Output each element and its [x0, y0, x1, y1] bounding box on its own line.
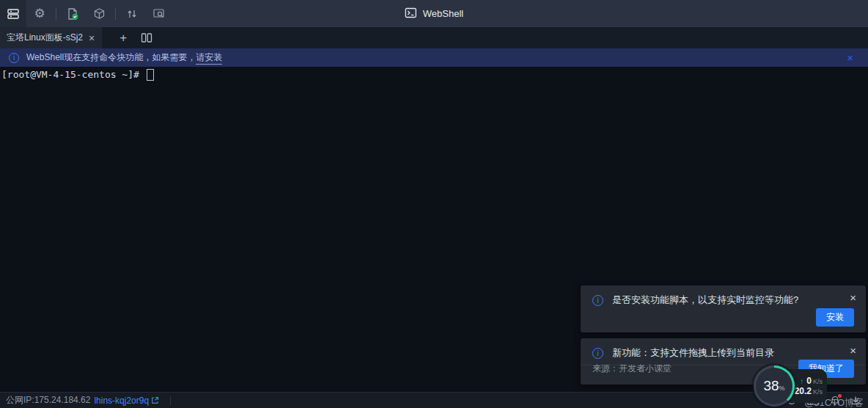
- toast-close-icon[interactable]: ×: [850, 292, 856, 303]
- notification-bell-button[interactable]: [830, 396, 840, 406]
- gear-icon: ⚙: [34, 7, 45, 20]
- load-gauge[interactable]: 38 %: [754, 365, 795, 407]
- info-icon: i: [592, 348, 603, 359]
- sort-button[interactable]: [119, 0, 145, 27]
- upload-value: 0: [806, 376, 812, 385]
- terminal-prompt: [root@VM-4-15-centos ~]#: [1, 68, 145, 81]
- settings-button[interactable]: ⚙: [26, 0, 53, 27]
- install-script-toast: i 是否安装功能脚本，以支持实时监控等功能? × 安装: [581, 285, 866, 332]
- banner-message: WebShell现在支持命令块功能，如果需要，: [26, 51, 196, 64]
- status-left: 公网IP:175.24.184.62 lhins-kqj2or9q: [6, 394, 171, 407]
- upload-unit: K/s: [813, 379, 823, 385]
- load-percent-unit: %: [779, 385, 785, 392]
- toast-message: 新功能：支持文件拖拽上传到当前目录: [612, 346, 774, 360]
- external-link-icon: [151, 396, 159, 404]
- toast-close-icon[interactable]: ×: [850, 345, 856, 356]
- webshell-app: ⚙: [0, 0, 868, 408]
- app-title-label: WebShell: [423, 8, 463, 19]
- split-view-icon: [141, 32, 152, 43]
- download-unit: K/s: [813, 389, 823, 396]
- toast-message: 是否安装功能脚本，以支持实时监控等功能?: [612, 294, 798, 307]
- session-list-button[interactable]: [0, 0, 26, 27]
- package-button[interactable]: [86, 0, 112, 27]
- install-button[interactable]: 安装: [816, 308, 854, 327]
- tab-label: 宝塔Linux面板-sSj2: [7, 32, 83, 44]
- command-script-button[interactable]: [59, 0, 86, 27]
- banner-close-icon[interactable]: ×: [842, 52, 858, 63]
- status-divider: [170, 396, 171, 405]
- load-percent: 38: [763, 368, 779, 404]
- download-value: 20.2: [795, 387, 812, 396]
- terminal-icon: [405, 7, 417, 21]
- banner-install-link[interactable]: 请安装: [196, 51, 222, 65]
- info-icon: i: [592, 295, 603, 306]
- tab-bar: 宝塔Linux面板-sSj2 × +: [0, 27, 868, 48]
- download-button[interactable]: [850, 396, 861, 406]
- server-list-icon: [7, 7, 20, 21]
- notification-badge: [838, 394, 842, 398]
- sort-arrows-icon: [126, 8, 138, 20]
- tab-close-icon[interactable]: ×: [89, 33, 95, 43]
- toast-source-label: 来源：开发者小课堂: [592, 363, 672, 375]
- webshell-feature-banner: i WebShell现在支持命令块功能，如果需要， 请安装 ×: [0, 48, 868, 67]
- public-ip-label: 公网IP:175.24.184.62: [6, 394, 90, 407]
- new-tab-button[interactable]: +: [111, 27, 136, 48]
- download-icon: [850, 396, 861, 406]
- top-toolbar: ⚙: [0, 0, 868, 27]
- terminal-cursor: [147, 69, 154, 81]
- toolbar-divider: [115, 8, 116, 20]
- tab-baota-panel[interactable]: 宝塔Linux面板-sSj2 ×: [0, 27, 102, 48]
- status-bar: 公网IP:175.24.184.62 lhins-kqj2or9q: [0, 392, 868, 408]
- split-view-button[interactable]: [136, 27, 158, 48]
- info-icon: i: [9, 53, 19, 63]
- search-session-button[interactable]: [145, 0, 172, 27]
- search-window-icon: [152, 7, 165, 20]
- terminal-prompt-line: [root@VM-4-15-centos ~]#: [1, 68, 867, 81]
- toast-head: i 是否安装功能脚本，以支持实时监控等功能?: [581, 285, 866, 307]
- file-check-icon: [66, 7, 79, 21]
- toolbar-divider: [56, 8, 56, 20]
- instance-link[interactable]: lhins-kqj2or9q: [94, 396, 159, 406]
- toast-head: i 新功能：支持文件拖拽上传到当前目录: [581, 338, 866, 360]
- upload-arrow-icon: ↑: [800, 378, 803, 385]
- package-icon: [93, 7, 106, 20]
- app-title: WebShell: [405, 0, 463, 27]
- load-gauge-face: 38 %: [756, 368, 792, 404]
